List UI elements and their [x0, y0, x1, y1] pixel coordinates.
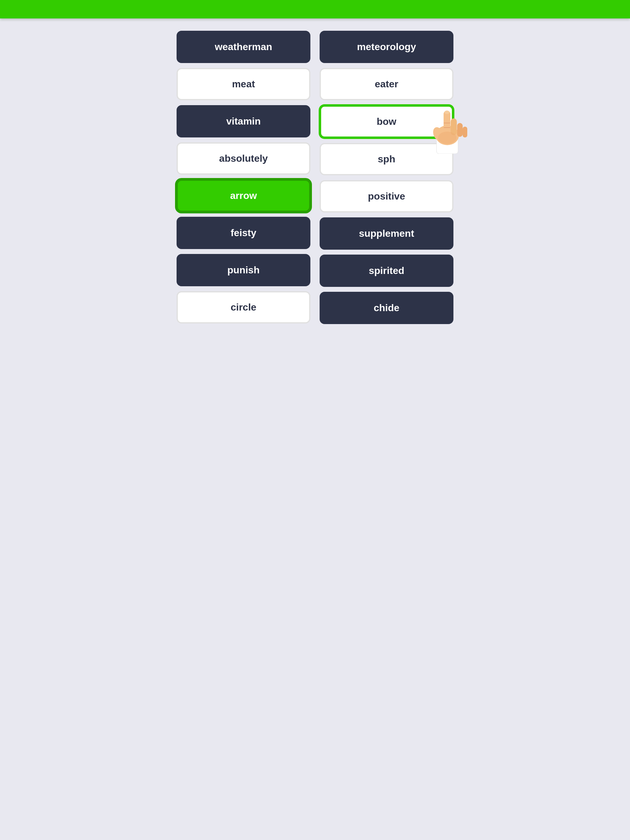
right-word-supplement[interactable]: supplement: [320, 217, 453, 249]
word-columns: weathermanmeatvitaminabsolutelyarrowfeis…: [177, 31, 453, 324]
right-word-meteorology[interactable]: meteorology: [320, 31, 453, 63]
game-area: weathermanmeatvitaminabsolutelyarrowfeis…: [167, 19, 463, 336]
right-word-chide[interactable]: chide: [320, 292, 453, 324]
header: [0, 0, 630, 19]
right-word-sph[interactable]: sph: [320, 143, 453, 175]
left-word-punish[interactable]: punish: [177, 254, 310, 286]
left-word-vitamin[interactable]: vitamin: [177, 105, 310, 137]
right-word-bow[interactable]: bow: [320, 105, 453, 138]
svg-rect-5: [463, 127, 467, 137]
right-word-positive[interactable]: positive: [320, 180, 453, 212]
left-word-feisty[interactable]: feisty: [177, 217, 310, 249]
right-word-spirited[interactable]: spirited: [320, 254, 453, 287]
left-word-arrow[interactable]: arrow: [177, 180, 310, 212]
left-column: weathermanmeatvitaminabsolutelyarrowfeis…: [177, 31, 310, 324]
left-word-meat[interactable]: meat: [177, 68, 310, 100]
left-word-weatherman[interactable]: weatherman: [177, 31, 310, 63]
left-word-absolutely[interactable]: absolutely: [177, 142, 310, 175]
right-word-eater[interactable]: eater: [320, 68, 453, 100]
svg-rect-4: [457, 123, 463, 137]
left-word-circle[interactable]: circle: [177, 291, 310, 324]
right-column: meteorologyeaterbowsphpositivesupplement…: [320, 31, 453, 324]
